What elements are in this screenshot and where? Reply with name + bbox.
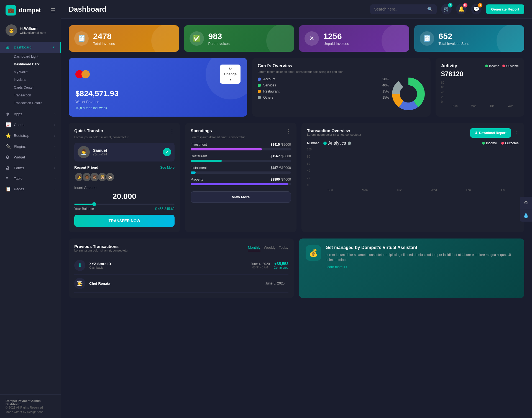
activity-chart-wrap: 80 60 40 20 0 [441,81,519,107]
user-greeting: Hi,William [20,26,46,31]
sidebar-item-cards-center[interactable]: Cards Center [11,84,61,91]
dashboard-submenu: Dashboard Light Dashboard Dark My Wallet… [0,53,61,107]
bell-icon-btn[interactable]: 🔔 12 [456,4,467,14]
sidebar-item-invoices[interactable]: Invoices [11,76,61,84]
qt-menu-icon[interactable]: ⋮ [170,128,175,134]
bell-badge: 12 [463,3,467,7]
search-input[interactable] [374,7,425,11]
download-btn-label: Download Report [479,131,507,135]
water-icon-btn[interactable]: 💧 [520,209,532,222]
chevron-right-icon-2: › [54,123,55,127]
activity-panel: Activity Income Outcome $78120 [436,58,524,117]
legend-dot-others [258,96,261,99]
income-legend: Income [485,64,499,68]
sidebar-item-bootstrap[interactable]: ⭐ Bootstrap › [0,130,61,141]
tab-monthly[interactable]: Monthly [248,244,260,251]
wallet-change: +0,8% than last week [75,106,241,110]
sp-header: Spendings ⋮ [191,128,291,134]
sidebar-item-charts[interactable]: 📈 Charts › [0,119,61,130]
logo-text: dompet [19,7,41,14]
insert-amount-label: Insert Amount [74,186,175,190]
unpaid-invoices-icon: ✕ [305,31,319,46]
sidebar-item-widget[interactable]: ⚙ Widget › [0,152,61,163]
hamburger-icon[interactable]: ☰ [50,7,55,14]
chat-icon-btn[interactable]: 💬 8 [471,4,482,14]
wallet-panel: ↻ Change ▾ $824,571.93 Wallet Balance +0… [69,58,247,117]
chevron-right-icon-8: › [54,188,55,191]
co-title: Card's Overview [258,63,425,68]
settings-icon-btn[interactable]: ⚙ [520,197,532,209]
footer-brand: Dompet Payment Admin Dashboard [6,399,55,406]
sp-menu-icon[interactable]: ⋮ [286,128,291,134]
sidebar-item-my-wallet[interactable]: My Wallet [11,68,61,76]
footer-copy: © 2021 All Rights Reserved [6,406,55,409]
sidebar-item-pages[interactable]: 📋 Pages › [0,184,61,194]
cart-icon-btn[interactable]: 🛒 2 [441,4,452,14]
topbar: Dashboard 🔍 🛒 2 🔔 12 💬 8 Generate Report [61,0,532,19]
page-title: Dashboard [69,5,106,14]
pages-icon: 📋 [6,186,11,192]
sidebar-item-dashboard-light[interactable]: Dashboard Light [11,53,61,60]
sidebar-item-plugins[interactable]: 🔌 Plugins › [0,141,61,152]
to-tab-row: Number Analytics Income [307,141,519,146]
sidebar-label-charts: Charts [14,123,24,127]
download-report-button[interactable]: ⬇ Download Report [470,128,511,138]
tab-today[interactable]: Today [279,244,288,251]
legend-restaurant: Restaurant 15% [258,89,389,93]
stat-info-sent: 652 Total Invoices Sent [439,32,469,46]
sidebar-item-apps[interactable]: ⊕ Apps › [0,109,61,119]
tab-weekly[interactable]: Weekly [264,244,275,251]
to-income-dot [482,142,485,145]
sidebar-item-table[interactable]: ≡ Table › [0,173,61,184]
legend-account: Account 20% [258,77,389,81]
sidebar-user: 👨 Hi,William william@gmail.com [0,20,61,40]
sidebar-item-dashboard-dark[interactable]: Dashboard Dark [11,60,61,68]
analytics-dot [323,142,327,145]
txn-date-main-2: June 5, 2020 [265,281,285,285]
spending-property: Property $3890 /$4000 [191,178,291,185]
to-tab-analytics[interactable]: Analytics [323,141,351,146]
see-all-link[interactable]: See More [160,166,175,170]
bar-chart-day-labels: Sun Mon Tue Wed [447,104,519,107]
txn-title: Previous Transactions [74,244,129,249]
income-label: Income [489,64,499,68]
sidebar-item-forms[interactable]: 🖨 Forms › [0,163,61,173]
transfer-now-button[interactable]: TRANSFER NOW [74,215,175,227]
user-email: william@gmail.com [20,31,46,34]
card-bg-shape-4 [497,25,524,52]
legend-services: Services 40% [258,83,389,87]
view-more-button[interactable]: View More [191,191,291,203]
day-label-sun: Sun [447,104,463,107]
content-area: 🧾 2478 Total Invoices ✅ 983 Paid Invoice… [61,19,532,418]
to-tab-number[interactable]: Number [307,141,319,145]
generate-report-button[interactable]: Generate Report [486,4,524,14]
txn-status-1: Completed [274,266,288,269]
to-chart-wrap: 100 80 60 40 20 0 [307,148,519,192]
to-bar-labels: Sun Mon Tue Wed Thu Fri [314,188,519,192]
toggle-dot [348,142,351,145]
sidebar-item-dashboard[interactable]: ⊞ Dashboard ▾ [0,42,61,53]
bar-chart-small: Sun Mon Tue Wed [447,81,519,107]
recent-friend-label: Recent Friend [74,165,98,170]
balance-value: $ 456,345.62 [155,207,175,211]
chevron-right-icon-7: › [54,177,55,180]
slider-thumb[interactable] [92,202,96,206]
txn-va-row: Previous Transactions Lorem ipsum dolor … [69,239,524,298]
to-title: Transaction Overview [307,128,361,133]
sidebar: 💼 dompet ☰ 👨 Hi,William william@gmail.co… [0,0,61,418]
logo-icon: 💼 [6,5,16,16]
legend-dot-services [258,84,261,87]
sidebar-item-transaction[interactable]: Transaction [11,91,61,99]
total-invoices-icon: 🧾 [74,31,89,46]
y-axis: 80 60 40 20 0 [441,81,446,103]
txn-time-1: 05:34:45 AM [250,266,270,269]
va-learn-more[interactable]: Learn more >> [326,265,518,269]
sp-desc: Lorem ipsum dolor sit amet, consectetur [191,135,291,139]
unpaid-invoices-label: Unpaid Invoices [323,42,349,46]
search-box: 🔍 [370,4,437,14]
legend-dot-account [258,78,261,81]
to-menu-icon[interactable]: ⋮ [514,130,519,136]
to-outcome-dot [501,142,504,145]
sidebar-item-transaction-details[interactable]: Transaction Details [11,99,61,107]
va-desc: Lorem ipsum dolor sit amet, consectetur … [326,252,518,262]
